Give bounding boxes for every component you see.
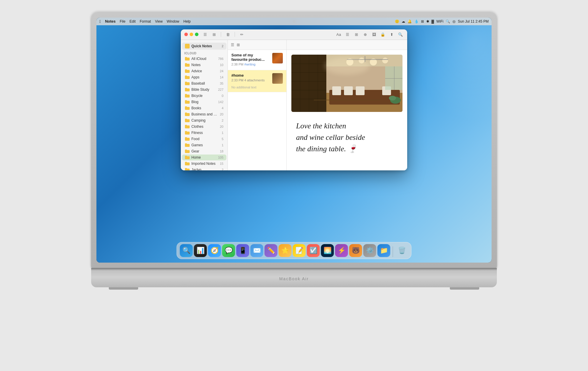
search-btn-icon: 🔍 — [398, 32, 403, 37]
sidebar-item-advice[interactable]: Advice 24 — [182, 68, 226, 74]
sidebar-count-bicycle: 0 — [222, 94, 223, 98]
table-icon: ⊞ — [355, 32, 358, 37]
delete-button[interactable]: 🗑 — [225, 31, 231, 38]
sidebar-item-blog[interactable]: Blog 142 — [182, 99, 226, 105]
compose-button[interactable]: ✏ — [238, 31, 245, 38]
dock-craft[interactable]: ✏️ — [265, 244, 278, 257]
sidebar-item-fitness[interactable]: Fitness 1 — [182, 130, 226, 136]
maximize-button[interactable] — [195, 33, 198, 36]
dock-bear[interactable]: 🐻 — [349, 244, 362, 257]
svg-rect-15 — [347, 59, 388, 60]
note-item-2[interactable]: #home 2:33 PM 4 attachments No additiona… — [228, 70, 286, 92]
svg-rect-9 — [318, 55, 318, 112]
dock-finder[interactable]: 🔍 — [180, 244, 193, 257]
sidebar-label-fitness: Fitness — [191, 131, 220, 135]
istat-icon: 📊 — [196, 247, 204, 254]
menubar-help[interactable]: Help — [183, 19, 191, 23]
desktop-decoration — [403, 18, 492, 135]
sidebar-item-gear[interactable]: Gear 18 — [182, 148, 226, 154]
folder-icon-fitness — [185, 131, 190, 135]
sidebar-item-camping[interactable]: Camping 2 — [182, 117, 226, 123]
craft-icon: ✏️ — [267, 247, 275, 254]
dock-trash[interactable]: 🗑️ — [395, 244, 408, 257]
menubar-format[interactable]: Format — [140, 19, 151, 23]
sidebar-item-bible-study[interactable]: Bible Study 227 — [182, 87, 226, 93]
sidebar-item-bicycle[interactable]: Bicycle 0 — [182, 93, 226, 99]
emoji-icon[interactable]: 🙂 — [395, 19, 399, 23]
dock-files[interactable]: 📁 — [377, 244, 390, 257]
cloud-icon[interactable]: ☁ — [402, 19, 405, 23]
search-icon[interactable]: 🔍 — [446, 19, 450, 23]
table-button[interactable]: ⊞ — [353, 31, 360, 38]
sidebar-item-business-tax[interactable]: Business and Tax 20 — [182, 111, 226, 117]
bluetooth-icon[interactable]: ✱ — [426, 19, 429, 23]
dock-messages[interactable]: 💬 — [222, 244, 235, 257]
titlebar-right-tools: Aa ☰ ⊞ ⊕ 🖼 — [335, 31, 404, 38]
wifi-icon[interactable]: WiFi — [436, 19, 443, 23]
sidebar-count-gear: 18 — [220, 150, 223, 153]
sidebar-item-jaclyn[interactable]: Jaclyn 2 — [182, 167, 226, 170]
search-button[interactable]: 🔍 — [397, 31, 404, 38]
dock-safari[interactable]: 🧭 — [208, 244, 221, 257]
sidebar-item-home[interactable]: Home 105 — [182, 155, 226, 160]
dock-superstar[interactable]: ⭐ — [279, 244, 292, 257]
sidebar-item-all-icloud[interactable]: All iCloud 786 — [182, 56, 226, 62]
note-2-attachments: 4 attachments — [244, 78, 265, 82]
note-item-2-row: #home 2:33 PM 4 attachments — [231, 73, 283, 84]
sidebar-label-business-tax: Business and Tax — [191, 112, 218, 116]
sidebar-item-clothes[interactable]: Clothes 20 — [182, 124, 226, 130]
dock-screens[interactable]: 📱 — [236, 244, 249, 257]
gallery-view-button[interactable]: ⊞ — [211, 31, 217, 38]
dock-istat[interactable]: 📊 — [194, 244, 207, 257]
dock: 🔍 📊 🧭 💬 📱 ✉️ — [177, 242, 412, 259]
note-2-time: 2:33 PM — [231, 78, 243, 82]
sidebar-item-baseball[interactable]: Baseball 35 — [182, 80, 226, 86]
droplet-icon[interactable]: 💧 — [414, 19, 419, 23]
image-button[interactable]: 🖼 — [371, 31, 377, 38]
menubar-file[interactable]: File — [120, 19, 125, 23]
note-item-1[interactable]: Some of my favourite produc... 2:38 PM #… — [228, 50, 286, 70]
dock-reminders[interactable]: ☑️ — [307, 244, 320, 257]
sidebar-item-quick-notes[interactable]: Quick Notes 2 — [182, 43, 226, 50]
sidebar-item-games[interactable]: Games 1 — [182, 142, 226, 148]
dock-settings[interactable]: ⚙️ — [363, 244, 376, 257]
photo-svg — [291, 55, 402, 112]
titlebar-toolbar: ☰ ⊞ 🗑 ✏ — [202, 31, 245, 38]
siri-icon[interactable]: ◎ — [452, 19, 455, 23]
menubar-app-name[interactable]: Notes — [105, 19, 116, 23]
font-button[interactable]: Aa — [335, 31, 342, 38]
folder-icon-gear — [185, 150, 190, 153]
sidebar-item-books[interactable]: Books 4 — [182, 105, 226, 111]
sidebar-item-imported-notes[interactable]: Imported Notes 15 — [182, 161, 226, 167]
note-2-preview: No additional text — [231, 85, 283, 89]
sidebar-item-food[interactable]: Food 5 — [182, 136, 226, 142]
dock-shortcuts[interactable]: ⚡ — [335, 244, 348, 257]
sidebar-label-all-icloud: All iCloud — [191, 57, 216, 61]
macbook-foot-right — [450, 287, 479, 290]
list-view-button[interactable]: ☰ — [202, 31, 208, 38]
gallery-icon: ⊞ — [213, 32, 216, 37]
menubar-edit[interactable]: Edit — [130, 19, 136, 23]
svg-rect-8 — [309, 55, 309, 112]
dock-mail[interactable]: ✉️ — [250, 244, 263, 257]
dock-notes[interactable]: 📝 — [293, 244, 306, 257]
share-button[interactable]: ⬆ — [388, 31, 395, 38]
svg-point-14 — [382, 58, 388, 63]
note-item-2-content: #home 2:33 PM 4 attachments — [231, 73, 270, 83]
sidebar-label-clothes: Clothes — [191, 125, 218, 129]
sidebar-item-notes[interactable]: Notes 10 — [182, 62, 226, 68]
dock-lightroom[interactable]: 🌅 — [321, 244, 334, 257]
lock-button[interactable]: 🔒 — [380, 31, 386, 38]
sidebar-count-games: 1 — [222, 143, 223, 147]
menubar-window[interactable]: Window — [167, 19, 179, 23]
menubar-view[interactable]: View — [155, 19, 163, 23]
minimize-button[interactable] — [190, 33, 193, 36]
notification-icon[interactable]: 🔔 — [407, 19, 412, 23]
attachment-button[interactable]: ⊕ — [362, 31, 368, 38]
checklist-button[interactable]: ☰ — [344, 31, 351, 38]
sidebar-item-apps[interactable]: Apps 14 — [182, 74, 226, 80]
close-button[interactable] — [184, 33, 188, 36]
font-icon: Aa — [336, 32, 341, 37]
apple-menu-icon[interactable]:  — [99, 19, 101, 24]
grid-icon[interactable]: ⊞ — [421, 19, 424, 23]
